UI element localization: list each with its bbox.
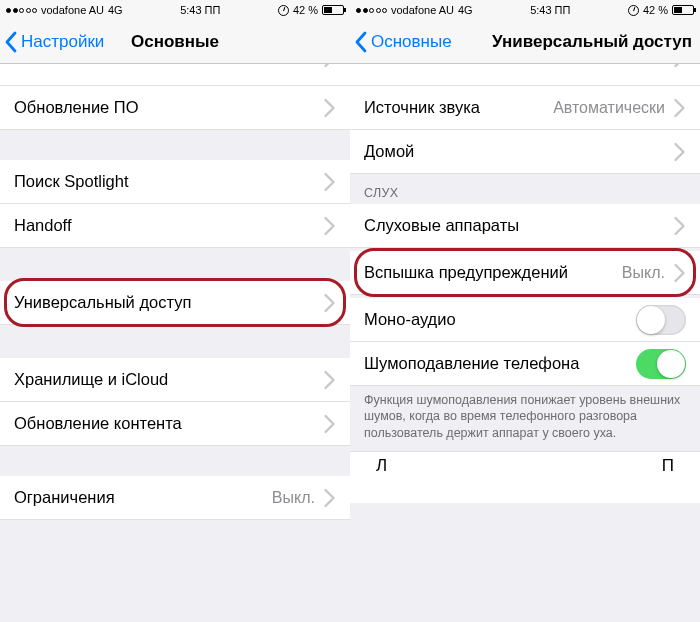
row-storage-icloud[interactable]: Хранилище и iCloud bbox=[0, 358, 350, 402]
back-label: Основные bbox=[371, 32, 452, 52]
network: 4G bbox=[458, 4, 473, 16]
settings-list[interactable]: Вибрация Вкл. Источник звука Автоматичес… bbox=[350, 64, 700, 622]
status-bar: vodafone AU 4G 5:43 ПП 42 % bbox=[350, 0, 700, 20]
balance-left-label: Л bbox=[376, 456, 387, 476]
chevron-left-icon bbox=[4, 31, 18, 53]
row-accessibility[interactable]: Универсальный доступ bbox=[0, 281, 350, 325]
signal-dots-icon bbox=[356, 8, 387, 13]
chevron-right-icon bbox=[673, 216, 686, 236]
back-button[interactable]: Настройки bbox=[0, 31, 104, 53]
network: 4G bbox=[108, 4, 123, 16]
chevron-right-icon bbox=[323, 414, 336, 434]
carrier: vodafone AU bbox=[41, 4, 104, 16]
nav-bar: Основные Универсальный доступ bbox=[350, 20, 700, 64]
balance-right-label: П bbox=[662, 456, 674, 476]
alarm-icon bbox=[628, 5, 639, 16]
chevron-right-icon bbox=[673, 98, 686, 118]
row-label: Об этом устройстве bbox=[14, 64, 323, 65]
group-gap bbox=[0, 328, 350, 358]
row-label: Универсальный доступ bbox=[14, 293, 323, 312]
row-label: Слуховые аппараты bbox=[364, 216, 673, 235]
back-label: Настройки bbox=[21, 32, 104, 52]
page-title: Универсальный доступ bbox=[492, 32, 692, 52]
group-header-hearing: слух bbox=[350, 174, 700, 204]
settings-list[interactable]: Об этом устройстве Обновление ПО Поиск S… bbox=[0, 64, 350, 622]
chevron-right-icon bbox=[323, 172, 336, 192]
row-label: Обновление контента bbox=[14, 414, 323, 433]
status-time: 5:43 ПП bbox=[180, 4, 220, 16]
row-value: Автоматически bbox=[553, 99, 665, 117]
row-noise-cancel[interactable]: Шумоподавление телефона bbox=[350, 342, 700, 386]
group-gap bbox=[0, 520, 350, 550]
row-sound-source[interactable]: Источник звука Автоматически bbox=[350, 86, 700, 130]
nav-bar: Настройки Основные bbox=[0, 20, 350, 64]
chevron-left-icon bbox=[354, 31, 368, 53]
row-mono-audio[interactable]: Моно-аудио bbox=[350, 298, 700, 342]
chevron-right-icon bbox=[323, 293, 336, 313]
toggle-mono-audio[interactable] bbox=[636, 305, 686, 335]
chevron-right-icon bbox=[323, 488, 336, 508]
row-label: Handoff bbox=[14, 216, 323, 235]
chevron-right-icon bbox=[323, 216, 336, 236]
row-label: Моно-аудио bbox=[364, 310, 636, 329]
alarm-icon bbox=[278, 5, 289, 16]
row-software-update[interactable]: Обновление ПО bbox=[0, 86, 350, 130]
phone-right: vodafone AU 4G 5:43 ПП 42 % Основные Уни… bbox=[350, 0, 700, 622]
row-spotlight[interactable]: Поиск Spotlight bbox=[0, 160, 350, 204]
row-restrictions[interactable]: Ограничения Выкл. bbox=[0, 476, 350, 520]
row-label: Обновление ПО bbox=[14, 98, 323, 117]
signal-dots-icon bbox=[6, 8, 37, 13]
page-title: Основные bbox=[131, 32, 219, 52]
row-label: Домой bbox=[364, 142, 673, 161]
row-about[interactable]: Об этом устройстве bbox=[0, 64, 350, 86]
group-gap bbox=[0, 248, 350, 278]
chevron-right-icon bbox=[323, 64, 336, 68]
battery-icon bbox=[322, 5, 344, 15]
row-hearing-aids[interactable]: Слуховые аппараты bbox=[350, 204, 700, 248]
row-led-flash[interactable]: Вспышка предупреждений Выкл. bbox=[350, 251, 700, 295]
carrier: vodafone AU bbox=[391, 4, 454, 16]
chevron-right-icon bbox=[323, 370, 336, 390]
row-label: Хранилище и iCloud bbox=[14, 370, 323, 389]
row-value: Вкл. bbox=[633, 64, 665, 66]
dual-phone-wrap: vodafone AU 4G 5:43 ПП 42 % Настройки Ос… bbox=[0, 0, 700, 622]
row-label: Источник звука bbox=[364, 98, 553, 117]
row-handoff[interactable]: Handoff bbox=[0, 204, 350, 248]
group-gap bbox=[0, 446, 350, 476]
chevron-right-icon bbox=[673, 64, 686, 68]
battery-pct: 42 % bbox=[293, 4, 318, 16]
row-label: Поиск Spotlight bbox=[14, 172, 323, 191]
battery-icon bbox=[672, 5, 694, 15]
row-label: Вспышка предупреждений bbox=[364, 263, 622, 282]
battery-pct: 42 % bbox=[643, 4, 668, 16]
toggle-noise-cancel[interactable] bbox=[636, 349, 686, 379]
group-gap bbox=[0, 130, 350, 160]
row-label: Шумоподавление телефона bbox=[364, 354, 636, 373]
row-value: Выкл. bbox=[622, 264, 665, 282]
group-footer: Функция шумоподавления понижает уровень … bbox=[350, 386, 700, 451]
phone-left: vodafone AU 4G 5:43 ПП 42 % Настройки Ос… bbox=[0, 0, 350, 622]
row-background-refresh[interactable]: Обновление контента bbox=[0, 402, 350, 446]
status-bar: vodafone AU 4G 5:43 ПП 42 % bbox=[0, 0, 350, 20]
back-button[interactable]: Основные bbox=[350, 31, 452, 53]
chevron-right-icon bbox=[323, 98, 336, 118]
row-label: Вибрация bbox=[364, 64, 633, 65]
chevron-right-icon bbox=[673, 263, 686, 283]
chevron-right-icon bbox=[673, 142, 686, 162]
row-vibration[interactable]: Вибрация Вкл. bbox=[350, 64, 700, 86]
status-time: 5:43 ПП bbox=[530, 4, 570, 16]
row-audio-balance[interactable]: Л П bbox=[350, 451, 700, 503]
row-value: Выкл. bbox=[272, 489, 315, 507]
row-home[interactable]: Домой bbox=[350, 130, 700, 174]
row-label: Ограничения bbox=[14, 488, 272, 507]
